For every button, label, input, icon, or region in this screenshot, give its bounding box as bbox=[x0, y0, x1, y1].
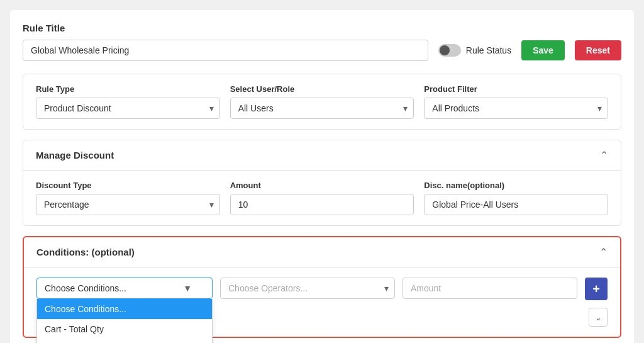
discount-type-select-wrapper: Percentage bbox=[36, 194, 220, 215]
rule-title-section: Rule Title Rule Status Save Reset bbox=[23, 23, 621, 61]
rule-title-heading: Rule Title bbox=[23, 23, 621, 33]
conditions-dropdown-wrapper: Choose Conditions... ▼ Choose Conditions… bbox=[36, 278, 213, 299]
page-container: Rule Title Rule Status Save Reset Rule T… bbox=[10, 10, 634, 343]
manage-discount-grid: Discount Type Percentage Amount Disc. na… bbox=[36, 181, 608, 215]
conditions-dropdown-list: Choose Conditions... Cart - Total Qty Ca… bbox=[36, 299, 213, 343]
product-filter-field: Product Filter All Products bbox=[424, 84, 608, 119]
conditions-expand-button[interactable]: ⌄ bbox=[589, 308, 608, 327]
save-button[interactable]: Save bbox=[521, 40, 565, 60]
dropdown-item-cart-value[interactable]: Cart - Total Value bbox=[37, 339, 212, 343]
choose-conditions-button[interactable]: Choose Conditions... ▼ bbox=[36, 278, 213, 299]
conditions-header: Conditions: (optional) ⌃ bbox=[24, 237, 620, 267]
manage-discount-body: Discount Type Percentage Amount Disc. na… bbox=[23, 171, 621, 225]
amount-label: Amount bbox=[230, 181, 414, 190]
operators-wrapper: Choose Operators... bbox=[220, 278, 395, 299]
add-condition-button[interactable]: + bbox=[585, 278, 608, 300]
rule-type-field: Rule Type Product Discount bbox=[36, 84, 220, 119]
disc-name-field: Disc. name(optional) bbox=[424, 181, 608, 215]
rule-status-group: Rule Status bbox=[438, 44, 511, 57]
manage-discount-chevron-icon[interactable]: ⌃ bbox=[600, 149, 608, 161]
conditions-chevron-down-icon: ▼ bbox=[183, 283, 192, 293]
conditions-title: Conditions: (optional) bbox=[36, 247, 135, 257]
rule-type-card: Rule Type Product Discount Select User/R… bbox=[23, 74, 621, 130]
rule-title-input[interactable] bbox=[23, 40, 428, 61]
rule-status-label: Rule Status bbox=[466, 45, 511, 55]
product-filter-select[interactable]: All Products bbox=[424, 98, 608, 119]
conditions-chevron-icon[interactable]: ⌃ bbox=[599, 246, 608, 258]
discount-type-label: Discount Type bbox=[36, 181, 220, 190]
dropdown-item-cart-qty[interactable]: Cart - Total Qty bbox=[37, 319, 212, 339]
discount-type-field: Discount Type Percentage bbox=[36, 181, 220, 215]
select-user-select-wrapper: All Users bbox=[230, 98, 414, 119]
select-user-select[interactable]: All Users bbox=[230, 98, 414, 119]
conditions-amount-input[interactable] bbox=[402, 278, 577, 299]
product-filter-label: Product Filter bbox=[424, 84, 608, 94]
select-user-field: Select User/Role All Users bbox=[230, 84, 414, 119]
rule-type-grid: Rule Type Product Discount Select User/R… bbox=[36, 84, 608, 119]
rule-status-toggle[interactable] bbox=[438, 44, 461, 57]
amount-field: Amount bbox=[230, 181, 414, 215]
manage-discount-title: Manage Discount bbox=[36, 150, 114, 160]
conditions-card: Conditions: (optional) ⌃ Choose Conditio… bbox=[23, 236, 621, 338]
rule-type-select-wrapper: Product Discount bbox=[36, 98, 220, 119]
select-user-label: Select User/Role bbox=[230, 84, 414, 94]
amount-wrapper bbox=[402, 278, 577, 299]
amount-input[interactable] bbox=[230, 194, 414, 215]
rule-type-label: Rule Type bbox=[36, 84, 220, 94]
rule-type-select[interactable]: Product Discount bbox=[36, 98, 220, 119]
product-filter-select-wrapper: All Products bbox=[424, 98, 608, 119]
disc-name-label: Disc. name(optional) bbox=[424, 181, 608, 190]
choose-operators-select[interactable]: Choose Operators... bbox=[220, 278, 395, 299]
conditions-row: Choose Conditions... ▼ Choose Conditions… bbox=[24, 267, 620, 300]
header-row: Rule Status Save Reset bbox=[23, 40, 621, 61]
manage-discount-header: Manage Discount ⌃ bbox=[23, 140, 621, 171]
dropdown-item-choose[interactable]: Choose Conditions... bbox=[37, 299, 212, 319]
discount-type-select[interactable]: Percentage bbox=[36, 194, 220, 215]
reset-button[interactable]: Reset bbox=[575, 40, 621, 60]
choose-conditions-label: Choose Conditions... bbox=[45, 283, 126, 293]
manage-discount-card: Manage Discount ⌃ Discount Type Percenta… bbox=[23, 140, 621, 226]
disc-name-input[interactable] bbox=[424, 194, 608, 215]
